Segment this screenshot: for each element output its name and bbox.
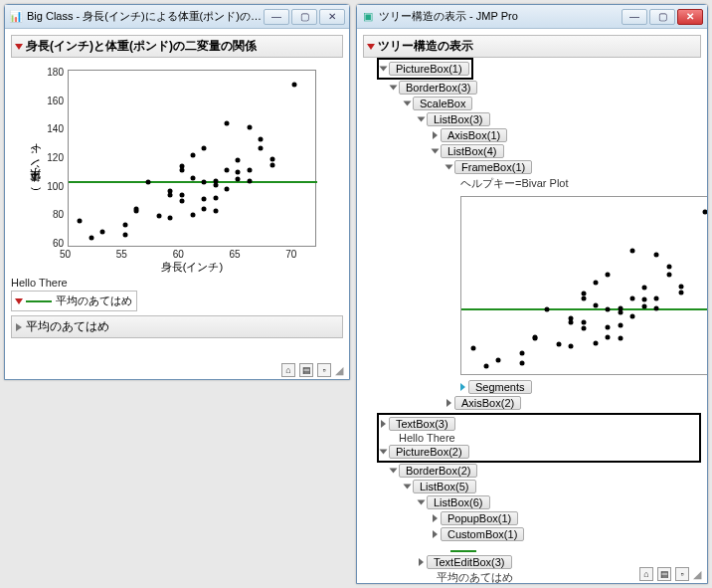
tree-toggle-icon[interactable] xyxy=(419,558,424,566)
highlighted-node-1: PictureBox(1) xyxy=(377,58,473,80)
section-header-bivariate[interactable]: 身長(インチ)と体重(ポンド)の二変量の関係 xyxy=(11,35,343,58)
tree-toggle-icon[interactable] xyxy=(404,485,412,490)
titlebar-right[interactable]: ▣ ツリー構造の表示 - JMP Pro — ▢ ✕ xyxy=(357,5,707,29)
tree-node-segments[interactable]: Segments xyxy=(468,380,532,394)
help-icon[interactable]: ▫ xyxy=(675,567,689,581)
app-icon: 📊 xyxy=(9,10,23,24)
textbox3-value: Hello There xyxy=(381,432,697,444)
minimize-button[interactable]: — xyxy=(264,9,289,25)
resize-grip-icon[interactable]: ◢ xyxy=(693,568,701,581)
window-body-right: ツリー構造の表示 PictureBox(1) BorderBox(3) Scal… xyxy=(357,29,707,583)
window-body-left: 身長(インチ)と体重(ポンド)の二変量の関係 体重(ポンド) 身長(インチ) 6… xyxy=(5,29,349,379)
scatter-plot[interactable]: 体重(ポンド) 身長(インチ) 608010012014016018050556… xyxy=(28,64,326,273)
tree-node-borderbox2[interactable]: BorderBox(2) xyxy=(399,464,477,478)
tree-node-picturebox1[interactable]: PictureBox(1) xyxy=(389,62,469,76)
tree-toggle-icon[interactable] xyxy=(433,131,438,139)
tree-toggle-icon[interactable] xyxy=(418,117,426,122)
tree-node-listbox5[interactable]: ListBox(5) xyxy=(413,480,476,493)
titlebar-left[interactable]: 📊 Big Class - 身長(インチ)による体重(ポンド)のニ… — ▢ ✕ xyxy=(5,5,349,29)
tree-node-custombox1[interactable]: CustomBox(1) xyxy=(441,527,524,541)
section-title: ツリー構造の表示 xyxy=(378,38,473,55)
legend-line-icon xyxy=(26,300,52,302)
tree-toggle-icon[interactable] xyxy=(432,149,440,154)
tree-node-picturebox2[interactable]: PictureBox(2) xyxy=(389,445,469,459)
disclosure-icon[interactable] xyxy=(15,44,23,50)
legend-box[interactable]: 平均のあてはめ xyxy=(11,291,137,311)
tree-toggle-icon[interactable] xyxy=(433,514,438,522)
tree-node-textbox3[interactable]: TextBox(3) xyxy=(389,417,455,431)
tree-node-texteditbox3[interactable]: TextEditBox(3) xyxy=(427,555,512,569)
tree-toggle-icon[interactable] xyxy=(404,101,412,106)
app-icon: ▣ xyxy=(361,10,375,24)
minimize-button[interactable]: — xyxy=(622,9,647,25)
help-icon[interactable]: ▫ xyxy=(317,363,331,377)
tree-toggle-icon[interactable] xyxy=(445,165,453,170)
tree-toggle-icon[interactable] xyxy=(380,450,388,455)
tree-toggle-icon[interactable] xyxy=(433,530,438,538)
home-icon[interactable]: ⌂ xyxy=(639,567,653,581)
highlighted-node-2: TextBox(3) Hello There PictureBox(2) xyxy=(377,413,701,463)
line-sample-icon xyxy=(450,550,476,552)
close-button[interactable]: ✕ xyxy=(319,9,345,25)
tree-node-borderbox3[interactable]: BorderBox(3) xyxy=(399,81,477,95)
tree-node-axisbox1[interactable]: AxisBox(1) xyxy=(441,128,507,142)
tree-node-scalebox[interactable]: ScaleBox xyxy=(413,97,472,110)
tree-node-listbox3[interactable]: ListBox(3) xyxy=(427,112,490,126)
section-header-tree[interactable]: ツリー構造の表示 xyxy=(363,35,701,58)
maximize-button[interactable]: ▢ xyxy=(291,9,317,25)
window-tree: ▣ ツリー構造の表示 - JMP Pro — ▢ ✕ ツリー構造の表示 Pict… xyxy=(356,4,708,584)
window-title: ツリー構造の表示 - JMP Pro xyxy=(379,9,622,24)
maximize-button[interactable]: ▢ xyxy=(649,9,675,25)
fit-mean-section[interactable]: 平均のあてはめ xyxy=(11,315,343,338)
hello-text: Hello There xyxy=(11,277,343,289)
book-icon[interactable]: ▤ xyxy=(657,567,671,581)
fit-mean-label: 平均のあてはめ xyxy=(26,318,109,335)
window-title: Big Class - 身長(インチ)による体重(ポンド)のニ… xyxy=(27,9,264,24)
home-icon[interactable]: ⌂ xyxy=(281,363,295,377)
tree-toggle-icon[interactable] xyxy=(418,500,426,505)
tree-node-popupbox1[interactable]: PopupBox(1) xyxy=(441,511,518,525)
tree-toggle-icon[interactable] xyxy=(390,86,398,91)
footer-toolbar-right: ⌂ ▤ ▫ ◢ xyxy=(639,567,701,581)
tree-toggle-icon[interactable] xyxy=(460,383,465,391)
tree-node-listbox4[interactable]: ListBox(4) xyxy=(441,144,504,158)
resize-grip-icon[interactable]: ◢ xyxy=(335,364,343,377)
section-title: 身長(インチ)と体重(ポンド)の二変量の関係 xyxy=(26,38,257,55)
tree-toggle-icon[interactable] xyxy=(446,399,451,407)
tree-node-axisbox2[interactable]: AxisBox(2) xyxy=(454,396,521,410)
book-icon[interactable]: ▤ xyxy=(299,363,313,377)
tree-toggle-icon[interactable] xyxy=(390,469,398,474)
legend-label: 平均のあてはめ xyxy=(56,294,132,308)
plot-thumbnail[interactable] xyxy=(460,196,707,375)
plot-area[interactable] xyxy=(68,70,316,247)
tree-node-framebox1[interactable]: FrameBox(1) xyxy=(454,160,532,174)
help-key-text: ヘルプキー=Bivar Plot xyxy=(460,175,701,192)
window-bivariate: 📊 Big Class - 身長(インチ)による体重(ポンド)のニ… — ▢ ✕… xyxy=(4,4,350,380)
tree-toggle-icon[interactable] xyxy=(381,420,386,428)
y-axis-label: 体重(ポンド) xyxy=(28,145,43,190)
x-axis-label: 身長(インチ) xyxy=(68,260,316,275)
close-button[interactable]: ✕ xyxy=(677,9,703,25)
tree-node-listbox6[interactable]: ListBox(6) xyxy=(427,495,490,509)
footer-toolbar-left: ⌂ ▤ ▫ ◢ xyxy=(281,363,343,377)
tree-toggle-icon[interactable] xyxy=(380,67,388,72)
disclosure-closed-icon[interactable] xyxy=(16,323,22,331)
display-tree: PictureBox(1) BorderBox(3) ScaleBox List… xyxy=(363,58,701,583)
disclosure-icon[interactable] xyxy=(367,44,375,50)
legend-disclosure-icon[interactable] xyxy=(15,298,23,304)
